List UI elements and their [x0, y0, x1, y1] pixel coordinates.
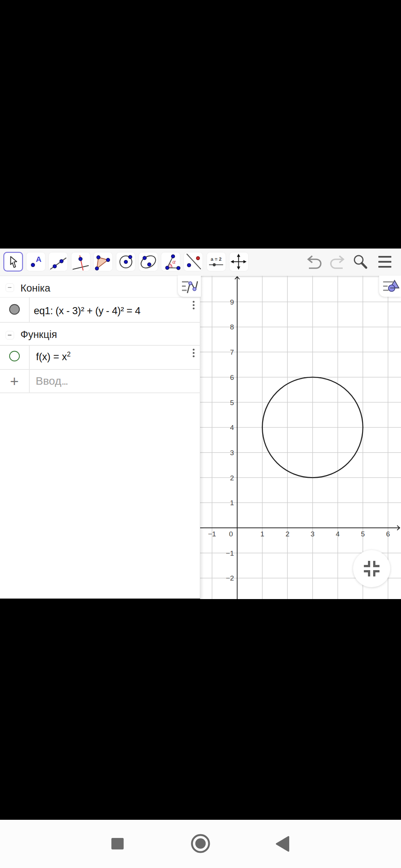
svg-text:a = 2: a = 2 [211, 256, 221, 262]
svg-text:−2: −2 [226, 574, 234, 582]
svg-text:4: 4 [336, 530, 340, 538]
svg-text:α: α [173, 259, 176, 265]
svg-text:2: 2 [230, 474, 234, 482]
svg-text:8: 8 [230, 323, 234, 331]
svg-text:6: 6 [230, 374, 234, 381]
svg-text:1: 1 [230, 499, 234, 507]
svg-text:3: 3 [311, 530, 315, 538]
svg-text:3: 3 [230, 449, 234, 457]
svg-text:−1: −1 [226, 549, 234, 557]
svg-text:2: 2 [286, 530, 290, 538]
svg-text:4: 4 [230, 424, 234, 431]
svg-text:6: 6 [386, 530, 390, 538]
svg-text:7: 7 [230, 348, 234, 356]
svg-text:−1: −1 [208, 530, 216, 538]
svg-text:1: 1 [260, 530, 264, 538]
svg-text:5: 5 [361, 530, 365, 538]
svg-text:5: 5 [230, 399, 234, 407]
svg-text:A: A [36, 255, 41, 263]
svg-text:0: 0 [229, 530, 233, 538]
svg-text:9: 9 [230, 298, 234, 306]
